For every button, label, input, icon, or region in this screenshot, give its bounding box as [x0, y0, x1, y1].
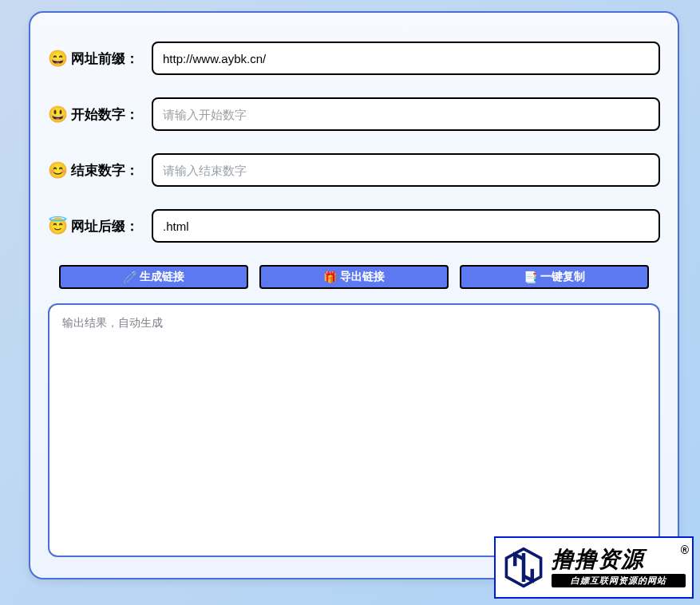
row-url-suffix: 😇 网址后缀： [48, 209, 660, 243]
export-button[interactable]: 🎁 导出链接 [259, 265, 449, 289]
emoji-smile-icon: 😃 [48, 106, 68, 122]
generate-button[interactable]: 🧷 生成链接 [59, 265, 248, 289]
watermark-main: 撸撸资源 [552, 548, 686, 571]
generate-button-label: 生成链接 [140, 270, 184, 284]
row-start-num: 😃 开始数字： [48, 97, 660, 131]
output-textarea[interactable] [48, 303, 660, 557]
copy-button-label: 一键复制 [540, 270, 585, 284]
label-text-end-num: 结束数字： [71, 161, 139, 180]
url-suffix-input[interactable] [152, 209, 660, 243]
registered-icon: ® [681, 544, 689, 556]
watermark-badge: 撸撸资源 ® 白嫖互联网资源的网站 [494, 536, 694, 599]
gift-icon: 🎁 [323, 271, 337, 283]
pin-icon: 🧷 [123, 271, 136, 283]
export-button-label: 导出链接 [340, 270, 385, 284]
watermark-sub: 白嫖互联网资源的网站 [552, 574, 686, 587]
hexagon-arrows-icon [502, 546, 545, 589]
label-text-start-num: 开始数字： [71, 105, 139, 124]
end-num-input[interactable] [152, 153, 660, 187]
label-start-num: 😃 开始数字： [48, 105, 152, 124]
row-url-prefix: 😄 网址前缀： [48, 42, 660, 75]
emoji-blush-icon: 😊 [48, 162, 68, 178]
watermark-text: 撸撸资源 ® 白嫖互联网资源的网站 [552, 548, 686, 587]
copy-icon: 📑 [524, 271, 537, 283]
row-end-num: 😊 结束数字： [48, 153, 660, 187]
start-num-input[interactable] [152, 97, 660, 131]
copy-button[interactable]: 📑 一键复制 [460, 265, 649, 289]
emoji-grin-icon: 😄 [48, 50, 68, 66]
label-url-suffix: 😇 网址后缀： [48, 217, 152, 235]
label-url-prefix: 😄 网址前缀： [48, 49, 152, 68]
emoji-halo-icon: 😇 [48, 218, 68, 234]
button-row: 🧷 生成链接 🎁 导出链接 📑 一键复制 [59, 265, 649, 289]
label-text-url-prefix: 网址前缀： [71, 49, 139, 68]
form-card: 😄 网址前缀： 😃 开始数字： 😊 结束数字： 😇 网址后缀： 🧷 生成链接 [29, 11, 679, 579]
label-end-num: 😊 结束数字： [48, 161, 152, 180]
url-prefix-input[interactable] [152, 42, 660, 75]
label-text-url-suffix: 网址后缀： [71, 217, 139, 235]
